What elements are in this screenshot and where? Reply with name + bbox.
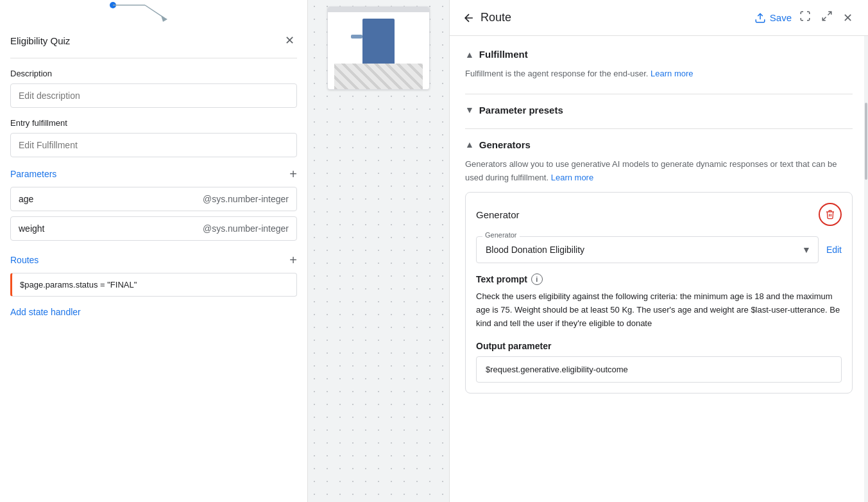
svg-line-6: [822, 17, 826, 21]
parameter-presets-header[interactable]: ▼ Parameter presets: [465, 105, 853, 116]
generator-card-header: Generator: [476, 203, 842, 226]
param-type-weight: @sys.number-integer: [203, 223, 289, 234]
fulfillment-title: Fulfillment: [479, 49, 528, 60]
divider-2: [465, 128, 853, 129]
fullscreen-button[interactable]: [797, 8, 813, 28]
parameter-presets-section: ▼ Parameter presets: [465, 105, 853, 116]
generators-description: Generators allow you to use generative A…: [465, 158, 853, 185]
route-title: Route: [481, 11, 749, 24]
fulfillment-input[interactable]: [10, 133, 297, 157]
divider-1: [465, 94, 853, 94]
right-panel: Route Save ✕ ▲ Fulfillme: [449, 0, 868, 502]
param-row-weight: weight @sys.number-integer: [10, 216, 297, 241]
generators-title: Generators: [479, 139, 531, 150]
fulfillment-section: ▲ Fulfillment Fulfillment is the agent r…: [465, 49, 853, 81]
param-type-age: @sys.number-integer: [203, 194, 289, 204]
svg-marker-3: [161, 15, 167, 22]
description-input[interactable]: [10, 83, 297, 108]
generator-select[interactable]: Blood Donation Eligibility: [476, 236, 819, 263]
panel-header: Eligibility Quiz ✕: [10, 26, 297, 58]
generator-card-title: Generator: [476, 209, 520, 220]
right-content: ▲ Fulfillment Fulfillment is the agent r…: [450, 36, 868, 502]
fulfillment-section-header[interactable]: ▲ Fulfillment: [465, 49, 853, 60]
panel-title: Eligibility Quiz: [10, 35, 70, 46]
param-row-age: age @sys.number-integer: [10, 187, 297, 211]
canvas-card-body: [328, 12, 429, 89]
right-close-button[interactable]: ✕: [840, 8, 855, 28]
generator-card: Generator Generator Blo: [465, 192, 853, 393]
flow-connector: [10, 0, 297, 26]
close-button[interactable]: ✕: [282, 31, 297, 50]
parameter-presets-title: Parameter presets: [479, 105, 563, 116]
route-row: $page.params.status = "FINAL": [10, 273, 297, 297]
output-param-input[interactable]: [476, 356, 842, 383]
svg-line-5: [828, 12, 831, 15]
param-name-age: age: [19, 194, 33, 204]
add-parameter-button[interactable]: +: [289, 168, 297, 180]
scrollbar-track: [864, 0, 868, 502]
left-panel: Eligibility Quiz ✕ Description Entry ful…: [0, 0, 308, 502]
generator-select-wrapper: Generator Blood Donation Eligibility ▼: [476, 236, 819, 263]
parameters-title: Parameters: [10, 169, 56, 179]
add-state-handler-button[interactable]: Add state handler: [10, 302, 297, 322]
fulfillment-label: Entry fulfillment: [10, 118, 297, 128]
text-prompt-content: Check the users eligibility against the …: [476, 290, 842, 330]
expand-button[interactable]: [819, 8, 835, 28]
generator-selector-row: Generator Blood Donation Eligibility ▼ E…: [476, 236, 842, 263]
presets-chevron-down: ▼: [465, 105, 474, 115]
generators-chevron-up: ▲: [465, 139, 474, 150]
param-name-weight: weight: [19, 223, 44, 234]
canvas-floor: [334, 64, 423, 89]
routes-section-header: Routes +: [10, 254, 297, 266]
generator-select-label: Generator: [482, 231, 520, 239]
right-header: Route Save ✕: [450, 0, 868, 36]
text-prompt-info-icon: i: [531, 273, 543, 285]
routes-title: Routes: [10, 255, 38, 265]
generators-section: ▲ Generators Generators allow you to use…: [465, 139, 853, 394]
fulfillment-description: Fulfillment is the agent response for th…: [465, 67, 853, 81]
scrollbar-thumb[interactable]: [865, 103, 867, 180]
back-button[interactable]: [463, 12, 475, 24]
parameters-section-header: Parameters +: [10, 168, 297, 180]
add-route-button[interactable]: +: [289, 254, 297, 266]
text-prompt-label: Text prompt i: [476, 273, 842, 285]
delete-generator-button[interactable]: [819, 203, 842, 226]
fulfillment-chevron-up: ▲: [465, 49, 474, 60]
route-condition: $page.params.status = "FINAL": [20, 280, 137, 290]
generators-section-header[interactable]: ▲ Generators: [465, 139, 853, 150]
save-button[interactable]: Save: [754, 12, 792, 24]
generator-edit-button[interactable]: Edit: [826, 245, 842, 255]
canvas-card: [327, 6, 430, 90]
fulfillment-learn-more-link[interactable]: Learn more: [651, 69, 693, 78]
center-canvas: [308, 0, 449, 502]
output-param-label: Output parameter: [476, 341, 842, 351]
description-label: Description: [10, 69, 297, 78]
canvas-card-header: [328, 7, 429, 12]
generators-learn-more-link[interactable]: Learn more: [551, 173, 593, 182]
